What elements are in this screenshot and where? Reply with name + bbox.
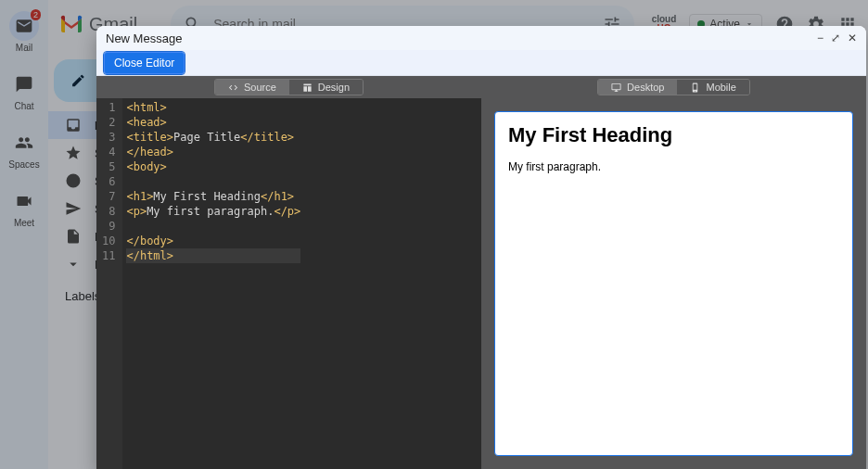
modal-title-text: New Message [106, 32, 182, 45]
close-icon[interactable]: ✕ [848, 32, 857, 44]
preview-heading: My First Heading [508, 123, 839, 147]
tab-desktop[interactable]: Desktop [598, 80, 677, 95]
code-editor[interactable]: 1234567891011 <html><head><title>Page Ti… [96, 98, 481, 469]
minimize-icon[interactable]: − [817, 32, 823, 44]
modal-toolbar: Close Editor [96, 50, 866, 76]
editor-left-pane: Source Design 1234567891011 <html><head>… [96, 76, 481, 469]
desktop-icon [611, 82, 621, 93]
expand-icon[interactable]: ⤢ [831, 32, 840, 44]
close-editor-button[interactable]: Close Editor [104, 52, 185, 74]
preview-paragraph: My first paragraph. [508, 160, 839, 173]
modal-titlebar[interactable]: New Message − ⤢ ✕ [96, 26, 866, 50]
preview-document[interactable]: My First Heading My first paragraph. [494, 111, 853, 456]
tab-design[interactable]: Design [289, 80, 363, 95]
tab-source[interactable]: Source [215, 80, 289, 95]
preview-pane: My First Heading My first paragraph. [481, 98, 866, 469]
code-content[interactable]: <html><head><title>Page Title</title></h… [122, 98, 300, 469]
tab-mobile[interactable]: Mobile [677, 80, 748, 95]
code-icon [228, 82, 238, 93]
design-icon [302, 82, 313, 93]
editor-area: Source Design 1234567891011 <html><head>… [96, 76, 866, 469]
editor-left-tabs: Source Design [96, 76, 481, 98]
editor-right-pane: Desktop Mobile My First Heading My first… [481, 76, 866, 469]
mobile-icon [690, 82, 700, 93]
compose-modal: New Message − ⤢ ✕ Close Editor Source De… [96, 26, 866, 469]
editor-right-tabs: Desktop Mobile [481, 76, 866, 98]
line-gutter: 1234567891011 [96, 98, 122, 469]
